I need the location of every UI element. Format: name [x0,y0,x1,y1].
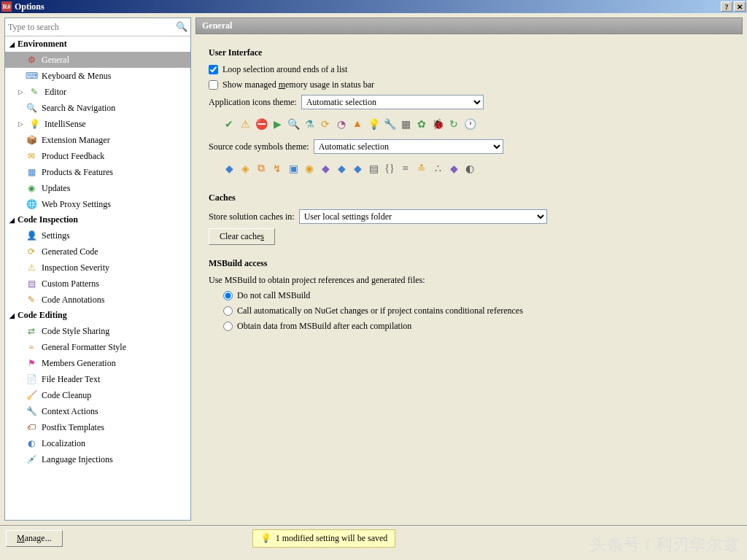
status-message: 💡 1 modified setting will be saved [252,529,396,548]
app-icons-preview: ✔⚠⛔ ▶🔍⚗ ⟳◔▲ 💡🔧▦ ✿🐞↻ 🕐 [209,114,729,135]
tree-item[interactable]: ▷✎Editor [5,84,190,100]
tree-item[interactable]: 🔍Search & Navigation [5,100,190,116]
tree-item[interactable]: ▷💡IntelliSense [5,116,190,132]
tree-item[interactable]: ⌨Keyboard & Menus [5,68,190,84]
msbuild-radio-none[interactable] [223,291,233,300]
icons-theme-label: Application icons theme: [209,97,297,108]
clear-caches-button[interactable]: Clear caches [209,228,275,245]
category-header[interactable]: ◢Environment [5,36,190,52]
msbuild-radio-auto[interactable] [223,306,233,316]
tree-item[interactable]: ▦Products & Features [5,164,190,180]
section-caches: Caches [209,192,729,203]
title-bar: R# Options ? ✕ [0,0,747,13]
memory-usage-label[interactable]: Show managed memory usage in status bar [222,79,374,90]
category-header[interactable]: ◢Code Inspection [5,212,190,228]
tree-item[interactable]: ◉Updates [5,180,190,196]
tree-item[interactable]: 📄File Header Text [5,371,190,387]
search-input[interactable] [8,22,176,33]
category-header[interactable]: ◢Code Editing [5,308,190,323]
tree-item[interactable]: ✉Product Feedback [5,148,190,164]
close-button[interactable]: ✕ [734,1,746,12]
tree-item[interactable]: 🧹Code Cleanup [5,387,190,403]
tree-item[interactable]: ▤Custom Patterns [5,276,190,292]
tree-item[interactable]: ⚠Inspection Severity [5,260,190,276]
msbuild-label-each[interactable]: Obtain data from MSBuild after each comp… [237,321,411,332]
sidebar: 🔍 ◢Environment⚙General⌨Keyboard & Menus▷… [4,18,191,521]
app-icon: R# [1,1,12,12]
tree-item[interactable]: ⚙General [5,52,190,68]
icons-theme-select[interactable]: Automatic selection [301,95,484,109]
msbuild-label-auto[interactable]: Call automatically on NuGet changes or i… [237,306,523,316]
symbols-theme-label: Source code symbols theme: [209,141,309,152]
main-panel: General User Interface Loop selection ar… [196,18,743,521]
tree-item[interactable]: 🔧Context Actions [5,403,190,419]
tree-item[interactable]: 🏷Postfix Templates [5,419,190,435]
memory-usage-checkbox[interactable] [209,80,218,90]
tree-item[interactable]: ✎Code Annotations [5,292,190,308]
msbuild-desc: Use MSBuild to obtain project references… [209,275,729,286]
help-button[interactable]: ? [721,1,732,12]
search-box[interactable]: 🔍 [5,18,190,36]
tree-item[interactable]: ⚑Members Generation [5,355,190,371]
panel-title: General [196,18,743,34]
window-title: Options [15,1,44,12]
msbuild-label-none[interactable]: Do not call MSBuild [237,290,310,301]
tree-item[interactable]: ⟳Generated Code [5,244,190,260]
tree-item[interactable]: 👤Settings [5,228,190,244]
store-caches-label: Store solution caches in: [209,211,295,222]
tree-item[interactable]: ◐Localization [5,435,190,451]
symbols-theme-select[interactable]: Automatic selection [314,139,503,154]
status-bar: Manage... 💡 1 modified setting will be s… [0,525,747,551]
loop-selection-checkbox[interactable] [209,65,218,74]
tree-item[interactable]: 📦Extension Manager [5,132,190,148]
loop-selection-label[interactable]: Loop selection around ends of a list [222,64,347,75]
tree-item[interactable]: 💉Language Injections [5,451,190,467]
lightbulb-icon: 💡 [260,533,271,544]
search-icon: 🔍 [176,21,187,33]
msbuild-radio-each[interactable] [223,322,233,331]
symbols-icons-preview: ◆◈⧉ ↯▣◉ ◆◆◆ ▤{}≡ ≛∴◆ ◐ [209,158,729,179]
tree-item[interactable]: ⇄Code Style Sharing [5,323,190,339]
tree-item[interactable]: ≡General Formatter Style [5,339,190,355]
tree-item[interactable]: 🌐Web Proxy Settings [5,196,190,212]
section-user-interface: User Interface [209,47,729,58]
manage-button[interactable]: Manage... [6,530,63,547]
store-caches-select[interactable]: User local settings folder [299,209,547,224]
section-msbuild: MSBuild access [209,258,729,269]
